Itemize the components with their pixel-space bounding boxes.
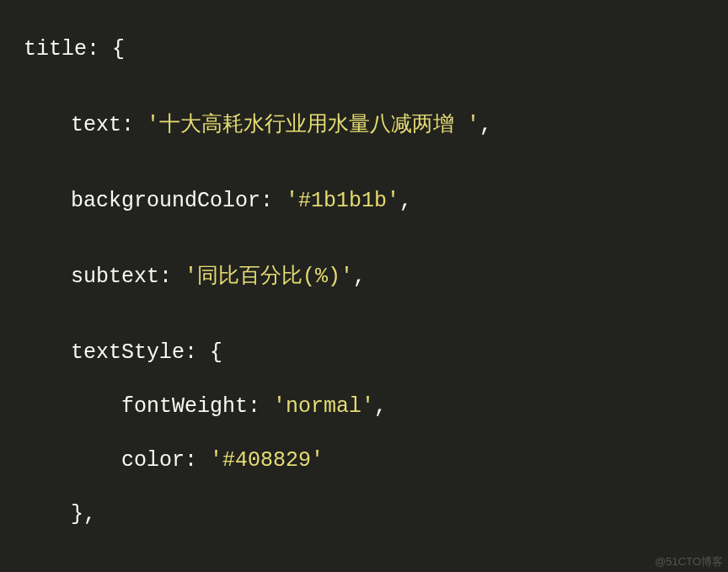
token-brace: { [112,37,125,61]
token-string: '#1b1b1b' [286,189,399,213]
watermark-text: @51CTO博客 [655,555,723,569]
token-punct [134,113,147,137]
token-key: color: [121,448,197,473]
token-key: text: [71,113,134,137]
token-punct [99,37,112,61]
token-punct: , [353,265,366,289]
token-punct: , [479,113,492,137]
code-line: title: { [24,37,728,62]
token-string: '同比百分比(%)' [185,265,353,289]
code-line: fontWeight: 'normal', [24,394,728,420]
token-string: '#408829' [210,448,324,473]
token-key: fontWeight: [121,394,260,419]
code-line: color: '#408829' [24,448,728,473]
code-line: textStyle: { [24,340,728,366]
token-punct: , [399,189,412,213]
token-punct [197,448,210,473]
token-string: 'normal' [273,394,374,419]
token-key: textStyle: [71,340,197,365]
token-punct [172,265,185,289]
code-line: subtext: '同比百分比(%)', [24,265,728,290]
token-punct [197,340,210,365]
code-line: backgroundColor: '#1b1b1b', [24,189,728,214]
code-block: title: { text: '十大高耗水行业用水量八减两增 ', backgr… [0,0,728,572]
token-string: '十大高耗水行业用水量八减两增 ' [147,113,479,137]
code-line: text: '十大高耗水行业用水量八减两增 ', [24,113,728,138]
token-brace: { [210,340,222,365]
token-key: title: [24,37,99,61]
token-punct [273,189,286,213]
token-punct [260,394,273,419]
token-brace-close: }, [71,502,96,527]
code-line: }, [24,502,728,527]
token-key: subtext: [71,265,172,289]
token-key: backgroundColor: [71,189,273,213]
token-punct: , [374,394,387,419]
